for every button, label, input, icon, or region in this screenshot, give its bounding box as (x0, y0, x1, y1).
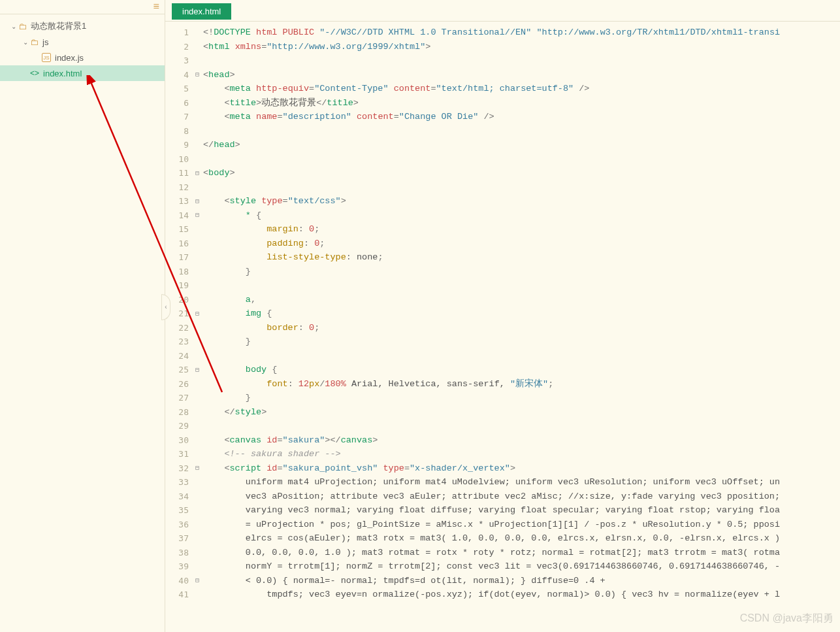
line-number: 36 (165, 518, 189, 532)
code-line[interactable]: font: 12px/180% Arial, Helvetica, sans-s… (203, 377, 840, 391)
menu-icon[interactable]: ≡ (153, 1, 159, 13)
tab-index-html[interactable]: index.html (172, 3, 231, 20)
line-number: 7 (165, 110, 189, 124)
line-number: 24 (165, 349, 189, 363)
line-number-gutter: 1234567891011121314151617181920212223242… (165, 22, 193, 632)
line-number: 31 (165, 447, 189, 461)
code-line[interactable]: elrcs = cos(aEuler); mat3 rotx = mat3( 1… (203, 531, 840, 546)
tree-item-label: index.js (55, 53, 84, 63)
fold-toggle[interactable]: ⊟ (193, 208, 202, 223)
code-line[interactable]: * { (203, 208, 840, 223)
code-editor[interactable]: 1234567891011121314151617181920212223242… (165, 21, 840, 632)
tree-item-动态散花背景1[interactable]: ⌄🗀动态散花背景1 (0, 18, 165, 34)
code-line[interactable]: </head> (203, 138, 840, 152)
code-line[interactable]: body { (203, 363, 840, 377)
fold-toggle[interactable]: ⊟ (193, 194, 202, 208)
code-line[interactable]: <head> (203, 68, 840, 82)
fold-toggle (193, 180, 202, 195)
code-line[interactable]: 0.0, 0.0, 0.0, 1.0 ); mat3 rotmat = rotx… (203, 546, 840, 560)
line-number: 13 (165, 194, 189, 208)
line-number: 34 (165, 490, 189, 504)
fold-toggle (193, 222, 202, 237)
code-line[interactable]: tmpdfs; vec3 eyev=n ormalize(-pos.xyz); … (203, 588, 840, 602)
line-number: 26 (165, 377, 189, 391)
code-content[interactable]: <!DOCTYPE html PUBLIC "-//W3C//DTD XHTML… (202, 22, 840, 632)
line-number: 35 (165, 503, 189, 518)
fold-toggle (193, 25, 202, 40)
code-line[interactable]: <meta http-equiv="Content-Type" content=… (203, 82, 840, 96)
code-line[interactable]: <body> (203, 166, 840, 180)
code-line[interactable]: </style> (203, 405, 840, 420)
code-line[interactable] (203, 124, 840, 139)
fold-toggle (193, 349, 202, 363)
code-line[interactable]: <meta name="description" content="Change… (203, 110, 840, 124)
code-line[interactable] (203, 152, 840, 167)
code-line[interactable]: <title>动态散花背景</title> (203, 96, 840, 110)
fold-toggle (193, 419, 202, 433)
line-number: 9 (165, 138, 189, 152)
code-line[interactable]: <html xmlns="http://www.w3.org/1999/xhtm… (203, 40, 840, 54)
fold-toggle (193, 588, 202, 602)
line-number: 4 (165, 68, 189, 82)
code-line[interactable]: a, (203, 293, 840, 307)
code-line[interactable]: <!DOCTYPE html PUBLIC "-//W3C//DTD XHTML… (203, 25, 840, 40)
code-line[interactable]: <script id="sakura_point_vsh" type="x-sh… (203, 461, 840, 476)
fold-toggle (193, 124, 202, 139)
code-line[interactable]: } (203, 265, 840, 279)
tree-item-index-js[interactable]: JSindex.js (0, 50, 165, 65)
line-number: 29 (165, 419, 189, 433)
line-number: 23 (165, 335, 189, 349)
line-number: 27 (165, 391, 189, 405)
line-number: 2 (165, 40, 189, 54)
tree-item-label: index.html (43, 69, 82, 78)
fold-toggle[interactable]: ⊟ (193, 68, 202, 82)
code-line[interactable]: list-style-type: none; (203, 250, 840, 265)
code-line[interactable]: varying vec3 normal; varying float diffu… (203, 503, 840, 518)
fold-toggle[interactable]: ⊟ (193, 574, 202, 588)
code-line[interactable]: = uProjection * pos; gl_PointSize = aMis… (203, 518, 840, 532)
code-line[interactable]: <canvas id="sakura"></canvas> (203, 433, 840, 448)
line-number: 11 (165, 166, 189, 180)
folder-icon: 🗀 (18, 22, 27, 31)
fold-toggle (193, 377, 202, 391)
code-line[interactable]: padding: 0; (203, 237, 840, 251)
code-line[interactable]: <style type="text/css"> (203, 194, 840, 208)
fold-toggle[interactable]: ⊟ (193, 461, 202, 476)
fold-toggle[interactable]: ⊟ (193, 363, 202, 377)
line-number: 40 (165, 574, 189, 588)
code-line[interactable]: <!-- sakura shader --> (203, 447, 840, 461)
fold-toggle (193, 250, 202, 265)
file-tree: ⌄🗀动态散花背景1⌄🗀jsJSindex.js<>index.html (0, 14, 165, 81)
fold-toggle (193, 405, 202, 420)
code-line[interactable]: } (203, 391, 840, 405)
file-tree-sidebar: ≡ ⌄🗀动态散花背景1⌄🗀jsJSindex.js<>index.html (0, 0, 165, 632)
code-line[interactable]: border: 0; (203, 321, 840, 335)
code-line[interactable] (203, 419, 840, 433)
code-line[interactable]: normY = trrotm[1]; normZ = trrotm[2]; co… (203, 559, 840, 574)
js-file-icon: JS (42, 53, 51, 62)
code-line[interactable] (203, 349, 840, 363)
line-number: 30 (165, 433, 189, 448)
tree-item-index-html[interactable]: <>index.html (0, 65, 165, 81)
code-line[interactable]: margin: 0; (203, 222, 840, 237)
code-line[interactable]: vec3 aPosition; attribute vec3 aEuler; a… (203, 490, 840, 504)
fold-toggle (193, 335, 202, 349)
fold-toggle (193, 110, 202, 124)
code-line[interactable]: < 0.0) { normal=- normal; tmpdfs=d ot(li… (203, 574, 840, 588)
code-line[interactable] (203, 180, 840, 195)
fold-toggle[interactable]: ⊟ (193, 166, 202, 180)
code-line[interactable] (203, 54, 840, 68)
line-number: 37 (165, 531, 189, 546)
fold-toggle (193, 321, 202, 335)
fold-toggle (193, 278, 202, 293)
fold-toggle[interactable]: ⊟ (193, 307, 202, 321)
line-number: 3 (165, 54, 189, 68)
fold-toggle (193, 237, 202, 251)
code-line[interactable]: } (203, 335, 840, 349)
code-line[interactable]: img { (203, 307, 840, 321)
tree-item-js[interactable]: ⌄🗀js (0, 34, 165, 50)
code-line[interactable]: uniform mat4 uProjection; uniform mat4 u… (203, 475, 840, 490)
fold-column: ⊟⊟⊟⊟⊟⊟⊟⊟ (193, 22, 202, 632)
code-line[interactable] (203, 278, 840, 293)
fold-toggle (193, 559, 202, 574)
